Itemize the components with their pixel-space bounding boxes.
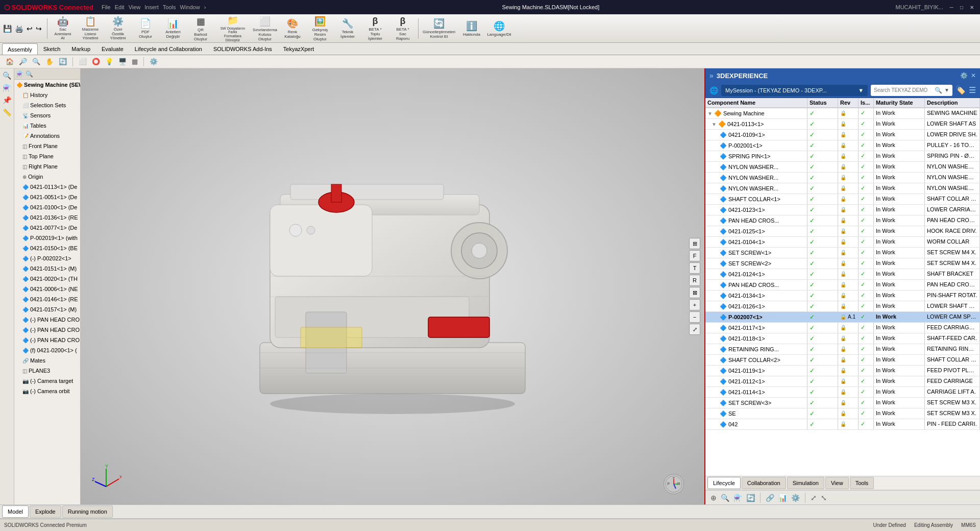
close-button[interactable]: ✕ xyxy=(968,3,976,11)
tree-camera-target[interactable]: 📷 (-) Camera target xyxy=(14,376,80,386)
minimize-button[interactable]: ─ xyxy=(947,3,955,11)
left-btn-select[interactable]: 🔍 xyxy=(2,70,12,81)
tab-solidworks-addins[interactable]: SOLIDWORKS Add-Ins xyxy=(208,43,278,55)
table-row[interactable]: 🔷 NYLON WASHER... ✓ 🔒 ✓ In Work NYLON WA… xyxy=(705,183,980,194)
view-btn-display[interactable]: 🖥️ xyxy=(117,57,128,66)
table-row[interactable]: 🔷 SHAFT COLLAR<2> ✓ 🔒 ✓ In Work SHAFT CO… xyxy=(705,355,980,366)
left-btn-filter[interactable]: ⚗️ xyxy=(2,83,12,93)
tree-origin[interactable]: ⊕ Origin xyxy=(14,172,80,182)
view-btn-light[interactable]: 💡 xyxy=(104,57,115,66)
tree-pan2[interactable]: 🔷 (-) PAN HEAD CRO xyxy=(14,325,80,335)
table-row[interactable]: 🔷 SPRING PIN<1> ✓ 🔒 ✓ In Work SPRING PIN… xyxy=(705,151,980,162)
tab-tekyazxpert[interactable]: TekyazXpert xyxy=(278,43,320,55)
view-btn-circle[interactable]: ⭕ xyxy=(90,57,102,66)
vp-btn-right[interactable]: R xyxy=(689,275,700,286)
vp-btn-front[interactable]: F xyxy=(689,250,700,261)
vp-btn-iso[interactable]: ⊠ xyxy=(689,287,700,298)
menu-view[interactable]: View xyxy=(129,4,141,10)
bottom-icon-link[interactable]: 🔗 xyxy=(765,493,775,503)
tree-sensors[interactable]: 📡 Sensors xyxy=(14,110,80,120)
tree-f0421[interactable]: 🔷 (f) 0421-0200<1> ( xyxy=(14,345,80,355)
compass-indicator[interactable]: T R F xyxy=(664,474,684,494)
quick-print[interactable]: 🖨️ xyxy=(14,23,24,34)
menu-file[interactable]: File xyxy=(102,4,111,10)
table-row[interactable]: 🔷 0421-0117<1> ✓ 🔒 ✓ In Work FEED CARRIA… xyxy=(705,323,980,333)
session-selector[interactable]: MySession - (TEKYAZ DEMO - 3DEXP... ▼ xyxy=(721,85,868,96)
tree-p002019[interactable]: 🔷 P-002019<1> (with xyxy=(14,233,80,243)
tree-front-plane[interactable]: ◫ Front Plane xyxy=(14,141,80,151)
tree-top-plane[interactable]: ◫ Top Plane xyxy=(14,151,80,161)
tab-lifecycle[interactable]: Lifecycle and Collaboration xyxy=(129,43,208,55)
bottom-icon-collapse[interactable]: ⤡ xyxy=(820,493,828,503)
sinirlandirma-button[interactable]: ⬜ SınırlandırmaKutusuOluştur xyxy=(252,16,278,41)
bottom-icon-chart[interactable]: 📊 xyxy=(777,493,788,503)
tree-selection-sets[interactable]: ⬜ Selection Sets xyxy=(14,100,80,110)
vp-btn-top[interactable]: T xyxy=(689,262,700,274)
bottom-icon-search[interactable]: 🔍 xyxy=(720,493,730,503)
view-btn-home[interactable]: 🏠 xyxy=(4,57,15,66)
tab-lifecycle[interactable]: Lifecycle xyxy=(707,477,741,489)
table-row[interactable]: 🔷 NYLON WASHER... ✓ 🔒 ✓ In Work NYLON WA… xyxy=(705,162,980,173)
hakkinda-button[interactable]: ℹ️ Hakkında xyxy=(458,16,485,41)
tree-0421-0006[interactable]: 🔷 0421-0006<1> (NE xyxy=(14,284,80,294)
tree-0421-0136[interactable]: 🔷 0421-0136<1> (RE xyxy=(14,212,80,223)
expand-icon[interactable]: ▼ xyxy=(707,111,713,116)
table-row[interactable]: 🔷 0421-0134<1> ✓ 🔒 ✓ In Work PIN-SHAFT R… xyxy=(705,291,980,301)
ozel-ozellik-button[interactable]: ⚙️ ÖzelÖzellikYönetimi xyxy=(105,16,131,41)
tab-model[interactable]: Model xyxy=(2,505,29,518)
table-row[interactable]: 🔷 SET SCREW<3> ✓ 🔒 ✓ In Work SET SCREW M… xyxy=(705,398,980,408)
gelismis-button[interactable]: 🖼️ GelişmişResimOluştur xyxy=(307,16,333,41)
tab-running-motion[interactable]: Running motion xyxy=(62,505,113,518)
panel-settings-icon[interactable]: ⚙️ xyxy=(960,72,968,79)
table-row-selected[interactable]: 🔷 P-002007<1> ✓ 🔒 A.1 ✓ In Work LOWER CA… xyxy=(705,312,980,323)
tree-root[interactable]: 🔶 Sewing Machine (SEW xyxy=(14,80,80,90)
pdf-button[interactable]: 📄 PDFOluştur xyxy=(132,16,159,41)
sw-dosyalari-button[interactable]: 📁 SW DosyalarınıFarklıFormatlaraDönüştür xyxy=(215,16,251,41)
table-row[interactable]: 🔷 042 ✓ 🔒 ✓ In Work PIN - FEED CARRI. xyxy=(705,419,980,430)
table-row[interactable]: 🔷 RETAINING RING... ✓ 🔒 ✓ In Work RETAIN… xyxy=(705,344,980,355)
tree-0421-0151[interactable]: 🔷 0421-0151<1> (M) xyxy=(14,263,80,274)
tab-simulation[interactable]: Simulation xyxy=(787,477,824,489)
bottom-icon-expand[interactable]: ⤢ xyxy=(810,493,818,503)
vp-btn-zoom-out[interactable]: − xyxy=(689,311,700,323)
tab-evaluate[interactable]: Evaluate xyxy=(96,43,129,55)
language-button[interactable]: 🌐 Language/Dil xyxy=(486,16,512,41)
table-row[interactable]: 🔷 0421-0104<1> ✓ 🔒 ✓ In Work WORM COLLAR xyxy=(705,237,980,248)
user-name[interactable]: MUCAHIT_BIYIK... xyxy=(895,4,943,10)
tree-0421-0020[interactable]: 🔷 0421-0020<1> (TH xyxy=(14,274,80,284)
menu-edit[interactable]: Edit xyxy=(115,4,125,10)
table-row[interactable]: 🔷 PAN HEAD CROS... ✓ 🔒 ✓ In Work PAN HEA… xyxy=(705,280,980,291)
tree-pan1[interactable]: 🔷 (-) PAN HEAD CRO xyxy=(14,315,80,325)
menu-tools[interactable]: Tools xyxy=(163,4,176,10)
vp-btn-fit[interactable]: ⤢ xyxy=(689,324,700,335)
view-btn-rotate[interactable]: 🔄 xyxy=(57,57,68,66)
table-row[interactable]: 🔷 SET SCREW<1> ✓ 🔒 ✓ In Work SET SCREW M… xyxy=(705,248,980,258)
tree-annotations[interactable]: 📝 Annotations xyxy=(14,131,80,141)
tree-0421-0100[interactable]: 🔷 0421-0100<1> (De xyxy=(14,202,80,212)
qr-button[interactable]: ▦ QRBarkodOluştur xyxy=(187,16,214,41)
view-btn-pan[interactable]: ✋ xyxy=(44,57,55,66)
beta-sac-button[interactable]: β BETA *SacRaporu xyxy=(389,16,416,41)
tab-view[interactable]: View xyxy=(825,477,849,489)
table-row[interactable]: 🔷 PAN HEAD CROS... ✓ 🔒 ✓ In Work PAN HEA… xyxy=(705,215,980,226)
view-btn-zoom[interactable]: 🔍 xyxy=(31,57,42,66)
tree-mates[interactable]: 🔗 Mates xyxy=(14,355,80,366)
search-dropdown-icon[interactable]: ▼ xyxy=(944,87,949,93)
expand-icon[interactable]: ▼ xyxy=(712,122,717,127)
tree-search-icon[interactable]: 🔍 xyxy=(26,70,33,78)
3d-viewport[interactable]: ⊞ F T R ⊠ + − ⤢ T R F xyxy=(81,68,704,504)
bottom-icon-add[interactable]: ⊕ xyxy=(709,493,718,503)
tree-pan3[interactable]: 🔷 (-) PAN HEAD CRO xyxy=(14,335,80,345)
menu-insert[interactable]: Insert xyxy=(144,4,159,10)
tab-markup[interactable]: Markup xyxy=(66,43,96,55)
tree-camera-orbit[interactable]: 📷 (-) Camera orbit xyxy=(14,386,80,396)
view-btn-grid[interactable]: ▦ xyxy=(130,57,139,66)
bottom-icon-refresh[interactable]: 🔄 xyxy=(745,493,756,503)
quick-save[interactable]: 💾 xyxy=(2,23,13,34)
tree-plane3[interactable]: ◫ PLANE3 xyxy=(14,366,80,376)
menu-window[interactable]: Window xyxy=(180,4,200,10)
tab-explode[interactable]: Explode xyxy=(30,505,61,518)
left-btn-snap[interactable]: 📌 xyxy=(2,95,12,105)
malzeme-listesi-button[interactable]: 📋 MalzemeListesiYönetimi xyxy=(77,16,104,41)
sac-animlami-button[interactable]: 🤖 SacAnimlamiAI xyxy=(50,16,76,41)
